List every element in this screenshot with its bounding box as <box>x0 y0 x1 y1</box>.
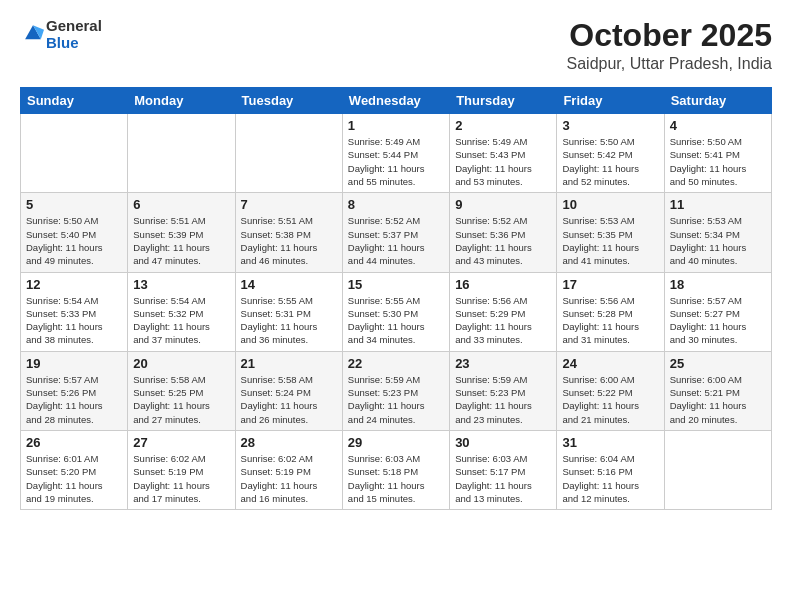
logo-blue: Blue <box>46 35 102 52</box>
day-info: Sunrise: 5:56 AM Sunset: 5:28 PM Dayligh… <box>562 294 658 347</box>
day-number: 17 <box>562 277 658 292</box>
calendar-cell: 21Sunrise: 5:58 AM Sunset: 5:24 PM Dayli… <box>235 351 342 430</box>
page: General Blue October 2025 Saidpur, Uttar… <box>0 0 792 520</box>
day-info: Sunrise: 5:50 AM Sunset: 5:41 PM Dayligh… <box>670 135 766 188</box>
title-block: October 2025 Saidpur, Uttar Pradesh, Ind… <box>567 18 772 73</box>
day-number: 23 <box>455 356 551 371</box>
calendar-cell: 29Sunrise: 6:03 AM Sunset: 5:18 PM Dayli… <box>342 430 449 509</box>
day-number: 5 <box>26 197 122 212</box>
calendar-cell: 5Sunrise: 5:50 AM Sunset: 5:40 PM Daylig… <box>21 193 128 272</box>
calendar-week-4: 19Sunrise: 5:57 AM Sunset: 5:26 PM Dayli… <box>21 351 772 430</box>
calendar-cell: 26Sunrise: 6:01 AM Sunset: 5:20 PM Dayli… <box>21 430 128 509</box>
calendar-cell: 7Sunrise: 5:51 AM Sunset: 5:38 PM Daylig… <box>235 193 342 272</box>
day-number: 19 <box>26 356 122 371</box>
calendar-cell <box>128 114 235 193</box>
day-number: 30 <box>455 435 551 450</box>
calendar-cell: 28Sunrise: 6:02 AM Sunset: 5:19 PM Dayli… <box>235 430 342 509</box>
day-info: Sunrise: 6:01 AM Sunset: 5:20 PM Dayligh… <box>26 452 122 505</box>
day-info: Sunrise: 5:53 AM Sunset: 5:35 PM Dayligh… <box>562 214 658 267</box>
day-number: 1 <box>348 118 444 133</box>
day-number: 3 <box>562 118 658 133</box>
day-info: Sunrise: 5:49 AM Sunset: 5:43 PM Dayligh… <box>455 135 551 188</box>
calendar-cell: 4Sunrise: 5:50 AM Sunset: 5:41 PM Daylig… <box>664 114 771 193</box>
day-number: 14 <box>241 277 337 292</box>
calendar-cell: 2Sunrise: 5:49 AM Sunset: 5:43 PM Daylig… <box>450 114 557 193</box>
day-number: 13 <box>133 277 229 292</box>
day-info: Sunrise: 6:02 AM Sunset: 5:19 PM Dayligh… <box>133 452 229 505</box>
calendar-cell <box>21 114 128 193</box>
day-number: 20 <box>133 356 229 371</box>
day-info: Sunrise: 5:58 AM Sunset: 5:24 PM Dayligh… <box>241 373 337 426</box>
day-info: Sunrise: 6:03 AM Sunset: 5:18 PM Dayligh… <box>348 452 444 505</box>
day-number: 21 <box>241 356 337 371</box>
day-info: Sunrise: 5:55 AM Sunset: 5:30 PM Dayligh… <box>348 294 444 347</box>
day-number: 4 <box>670 118 766 133</box>
calendar-cell: 23Sunrise: 5:59 AM Sunset: 5:23 PM Dayli… <box>450 351 557 430</box>
calendar-cell: 18Sunrise: 5:57 AM Sunset: 5:27 PM Dayli… <box>664 272 771 351</box>
day-info: Sunrise: 5:50 AM Sunset: 5:42 PM Dayligh… <box>562 135 658 188</box>
day-number: 7 <box>241 197 337 212</box>
day-info: Sunrise: 5:53 AM Sunset: 5:34 PM Dayligh… <box>670 214 766 267</box>
day-info: Sunrise: 5:51 AM Sunset: 5:39 PM Dayligh… <box>133 214 229 267</box>
day-number: 28 <box>241 435 337 450</box>
calendar-cell: 22Sunrise: 5:59 AM Sunset: 5:23 PM Dayli… <box>342 351 449 430</box>
day-info: Sunrise: 5:56 AM Sunset: 5:29 PM Dayligh… <box>455 294 551 347</box>
day-info: Sunrise: 5:52 AM Sunset: 5:37 PM Dayligh… <box>348 214 444 267</box>
calendar-header-sunday: Sunday <box>21 88 128 114</box>
calendar-cell: 14Sunrise: 5:55 AM Sunset: 5:31 PM Dayli… <box>235 272 342 351</box>
day-info: Sunrise: 5:49 AM Sunset: 5:44 PM Dayligh… <box>348 135 444 188</box>
calendar-header-saturday: Saturday <box>664 88 771 114</box>
day-number: 15 <box>348 277 444 292</box>
calendar-cell: 11Sunrise: 5:53 AM Sunset: 5:34 PM Dayli… <box>664 193 771 272</box>
calendar-header-friday: Friday <box>557 88 664 114</box>
day-number: 10 <box>562 197 658 212</box>
day-info: Sunrise: 6:04 AM Sunset: 5:16 PM Dayligh… <box>562 452 658 505</box>
day-number: 22 <box>348 356 444 371</box>
calendar-cell: 12Sunrise: 5:54 AM Sunset: 5:33 PM Dayli… <box>21 272 128 351</box>
calendar-cell: 17Sunrise: 5:56 AM Sunset: 5:28 PM Dayli… <box>557 272 664 351</box>
calendar-header-tuesday: Tuesday <box>235 88 342 114</box>
location-title: Saidpur, Uttar Pradesh, India <box>567 55 772 73</box>
calendar-week-3: 12Sunrise: 5:54 AM Sunset: 5:33 PM Dayli… <box>21 272 772 351</box>
calendar-cell: 8Sunrise: 5:52 AM Sunset: 5:37 PM Daylig… <box>342 193 449 272</box>
calendar-cell <box>235 114 342 193</box>
day-info: Sunrise: 5:58 AM Sunset: 5:25 PM Dayligh… <box>133 373 229 426</box>
day-number: 12 <box>26 277 122 292</box>
calendar-cell: 30Sunrise: 6:03 AM Sunset: 5:17 PM Dayli… <box>450 430 557 509</box>
day-info: Sunrise: 6:02 AM Sunset: 5:19 PM Dayligh… <box>241 452 337 505</box>
calendar-cell: 15Sunrise: 5:55 AM Sunset: 5:30 PM Dayli… <box>342 272 449 351</box>
day-info: Sunrise: 6:00 AM Sunset: 5:21 PM Dayligh… <box>670 373 766 426</box>
calendar-cell: 31Sunrise: 6:04 AM Sunset: 5:16 PM Dayli… <box>557 430 664 509</box>
day-info: Sunrise: 5:50 AM Sunset: 5:40 PM Dayligh… <box>26 214 122 267</box>
calendar-header-monday: Monday <box>128 88 235 114</box>
calendar-cell: 20Sunrise: 5:58 AM Sunset: 5:25 PM Dayli… <box>128 351 235 430</box>
day-number: 25 <box>670 356 766 371</box>
day-info: Sunrise: 5:51 AM Sunset: 5:38 PM Dayligh… <box>241 214 337 267</box>
header: General Blue October 2025 Saidpur, Uttar… <box>20 18 772 73</box>
calendar: SundayMondayTuesdayWednesdayThursdayFrid… <box>20 87 772 510</box>
day-info: Sunrise: 5:57 AM Sunset: 5:26 PM Dayligh… <box>26 373 122 426</box>
calendar-week-5: 26Sunrise: 6:01 AM Sunset: 5:20 PM Dayli… <box>21 430 772 509</box>
day-info: Sunrise: 5:54 AM Sunset: 5:32 PM Dayligh… <box>133 294 229 347</box>
day-number: 11 <box>670 197 766 212</box>
day-number: 2 <box>455 118 551 133</box>
calendar-cell: 16Sunrise: 5:56 AM Sunset: 5:29 PM Dayli… <box>450 272 557 351</box>
day-number: 31 <box>562 435 658 450</box>
calendar-week-2: 5Sunrise: 5:50 AM Sunset: 5:40 PM Daylig… <box>21 193 772 272</box>
day-number: 26 <box>26 435 122 450</box>
day-number: 6 <box>133 197 229 212</box>
day-number: 29 <box>348 435 444 450</box>
month-title: October 2025 <box>567 18 772 53</box>
day-info: Sunrise: 6:00 AM Sunset: 5:22 PM Dayligh… <box>562 373 658 426</box>
calendar-header-row: SundayMondayTuesdayWednesdayThursdayFrid… <box>21 88 772 114</box>
day-number: 18 <box>670 277 766 292</box>
logo-general: General <box>46 18 102 35</box>
calendar-cell: 9Sunrise: 5:52 AM Sunset: 5:36 PM Daylig… <box>450 193 557 272</box>
day-info: Sunrise: 5:54 AM Sunset: 5:33 PM Dayligh… <box>26 294 122 347</box>
day-number: 16 <box>455 277 551 292</box>
calendar-cell: 6Sunrise: 5:51 AM Sunset: 5:39 PM Daylig… <box>128 193 235 272</box>
day-number: 9 <box>455 197 551 212</box>
day-info: Sunrise: 6:03 AM Sunset: 5:17 PM Dayligh… <box>455 452 551 505</box>
calendar-cell: 13Sunrise: 5:54 AM Sunset: 5:32 PM Dayli… <box>128 272 235 351</box>
day-info: Sunrise: 5:59 AM Sunset: 5:23 PM Dayligh… <box>348 373 444 426</box>
